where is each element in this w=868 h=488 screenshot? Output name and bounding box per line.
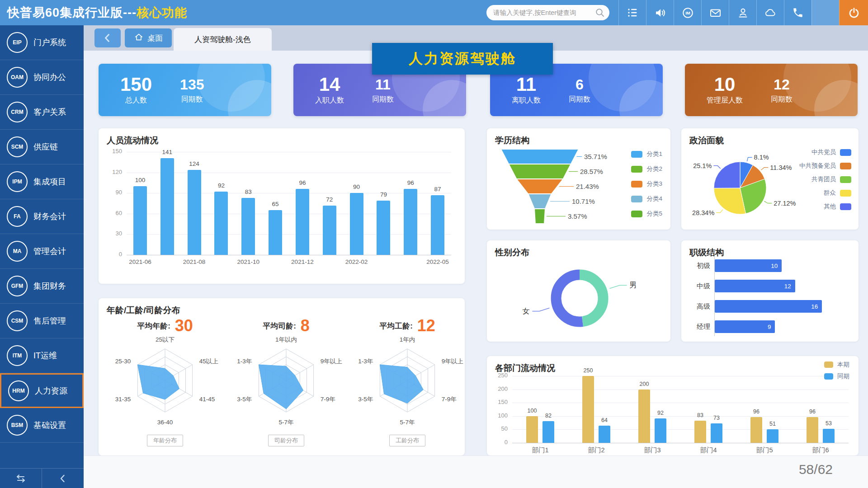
app-window: 快普易60集成行业版---核心功能 IM EIP门户系统OAM协同办公CRM客户… (0, 0, 868, 488)
flow-bar (133, 186, 147, 255)
dept-bar (599, 426, 610, 443)
kpi-card-1: 150总人数135同期数 (99, 64, 271, 116)
phone-icon[interactable] (784, 0, 811, 25)
sidebar-item-label: 门户系统 (33, 37, 66, 48)
radar-series-toggle[interactable]: 年龄分布 (147, 435, 183, 446)
legend-item[interactable]: 中共预备党员 (799, 162, 851, 170)
svg-text:9年以上: 9年以上 (442, 358, 463, 365)
sidebar-item-fa[interactable]: FA财务会计 (0, 199, 84, 234)
sidebar-item-eip[interactable]: EIP门户系统 (0, 25, 84, 60)
swap-module-icon[interactable] (0, 469, 42, 488)
cloud-icon[interactable] (756, 0, 784, 25)
topbar-right: IM (486, 0, 868, 25)
card-title: 职级结构 (689, 247, 724, 258)
card-gender: 性别分布 男女 (487, 240, 670, 342)
radar-series-toggle[interactable]: 司龄分布 (268, 435, 304, 446)
card-title: 性别分布 (495, 247, 529, 258)
rank-bar: 16 (715, 300, 822, 313)
funnel-graphic: 35.71%28.57%21.43%10.71%3.57% (497, 146, 615, 229)
legend-item[interactable]: 分类3 (631, 180, 662, 188)
svg-text:5-7年: 5-7年 (278, 419, 294, 426)
home-icon (134, 32, 144, 44)
sidebar-item-label: 供应链 (33, 141, 58, 152)
app-title-main: 快普易60集成行业版--- (7, 6, 137, 19)
back-button[interactable] (94, 28, 121, 47)
tab-hr-dashboard[interactable]: 人资驾驶舱-浅色 (174, 28, 272, 51)
sidebar-item-bsm[interactable]: BSM基础设置 (0, 408, 84, 443)
tab-desktop[interactable]: 桌面 (125, 28, 172, 47)
radar-average: 平均年龄:30 (108, 316, 222, 335)
svg-text:28.57%: 28.57% (580, 168, 603, 175)
kpi-primary: 10管理层人数 (707, 75, 743, 105)
legend-item[interactable]: 其他 (824, 202, 851, 211)
module-badge: MA (7, 241, 28, 262)
dept-bar (638, 389, 650, 443)
module-badge: FA (7, 206, 28, 227)
global-search (486, 5, 609, 20)
app-title-accent: 核心功能 (137, 6, 187, 19)
card-title: 年龄/工龄/司龄分布 (107, 305, 180, 316)
legend-item[interactable]: 同期 (824, 372, 849, 380)
module-badge: EIP (7, 32, 28, 53)
legend-item[interactable]: 分类4 (631, 195, 662, 203)
legend-item[interactable]: 群众 (824, 189, 851, 197)
rank-bar: 10 (715, 259, 782, 272)
dept-bar (807, 417, 818, 443)
dept-legend: 本期同期 (824, 361, 849, 380)
sidebar-item-label: IT运维 (33, 350, 57, 361)
legend-item[interactable]: 本期 (824, 361, 849, 369)
menu-list-icon[interactable] (618, 0, 646, 25)
legend-item[interactable]: 共青团员 (811, 175, 851, 183)
pie-graphic: 8.1%11.34%27.12%28.34%25.1% (686, 145, 800, 230)
sidebar-item-label: 集团财务 (33, 281, 66, 291)
flow-bar (377, 201, 390, 255)
tab-hr-dashboard-label: 人资驾驶舱-浅色 (194, 34, 251, 45)
sidebar-item-label: 财务会计 (33, 211, 66, 222)
radar-series-toggle[interactable]: 工龄分布 (389, 435, 425, 446)
legend-item[interactable]: 分类5 (631, 210, 662, 218)
module-badge: GFM (7, 276, 28, 296)
power-icon[interactable] (839, 0, 868, 25)
flow-bar (296, 189, 309, 255)
dept-bar (526, 416, 538, 443)
legend-item[interactable]: 分类2 (631, 165, 662, 173)
mail-icon[interactable] (701, 0, 729, 25)
sidebar-item-itm[interactable]: ITMIT运维 (0, 338, 84, 373)
sidebar-item-csm[interactable]: CSM售后管理 (0, 304, 84, 338)
kpi-primary: 11离职人数 (512, 75, 541, 105)
sidebar-item-ipm[interactable]: IPM集成项目 (0, 164, 84, 199)
svg-text:1-3年: 1-3年 (237, 358, 252, 365)
rank-label: 初级 (687, 262, 710, 270)
im-icon[interactable]: IM (674, 0, 701, 25)
sidebar-item-crm[interactable]: CRM客户关系 (0, 95, 84, 130)
card-dept-flow: 各部门流动情况 05010015020025010025020083969682… (487, 356, 859, 455)
legend-item[interactable]: 中共党员 (811, 148, 851, 156)
card-political: 政治面貌 8.1%11.34%27.12%28.34%25.1%中共党员中共预备… (681, 128, 859, 230)
svg-text:25.1%: 25.1% (693, 162, 712, 169)
sidebar-item-ma[interactable]: MA管理会计 (0, 234, 84, 269)
tab-desktop-label: 桌面 (147, 33, 163, 43)
legend-item[interactable]: 分类1 (631, 150, 662, 158)
dept-bar (767, 429, 778, 443)
radar-chart-2: 平均司龄:81年以内9年以上7-9年5-7年3-5年1-3年司龄分布 (230, 316, 343, 446)
search-input[interactable] (486, 5, 609, 20)
card-title: 人员流动情况 (107, 135, 158, 146)
svg-text:1年以内: 1年以内 (275, 336, 297, 343)
sidebar-item-scm[interactable]: SCM供应链 (0, 130, 84, 164)
sidebar-menu: EIP门户系统OAM协同办公CRM客户关系SCM供应链IPM集成项目FA财务会计… (0, 25, 84, 443)
collapse-sidebar-icon[interactable] (42, 469, 84, 488)
sidebar-item-gfm[interactable]: GFM集团财务 (0, 269, 84, 304)
radar-chart-3: 平均工龄:121年内9年以上7-9年5-7年3-5年1-3年工龄分布 (351, 316, 464, 446)
sidebar-item-oam[interactable]: OAM协同办公 (0, 60, 84, 95)
app-title: 快普易60集成行业版---核心功能 (7, 5, 187, 21)
speaker-icon[interactable] (646, 0, 674, 25)
sidebar-item-label: 管理会计 (33, 246, 66, 257)
search-icon[interactable] (594, 7, 605, 20)
user-icon[interactable] (729, 0, 756, 25)
page-indicator: 58/62 (799, 462, 833, 477)
module-badge: CSM (7, 310, 28, 331)
sidebar-item-hrm[interactable]: HRM人力资源 (0, 373, 84, 408)
svg-text:25-30: 25-30 (115, 358, 131, 365)
kpi-primary: 14入职人数 (315, 75, 344, 105)
svg-text:7-9年: 7-9年 (442, 396, 457, 403)
